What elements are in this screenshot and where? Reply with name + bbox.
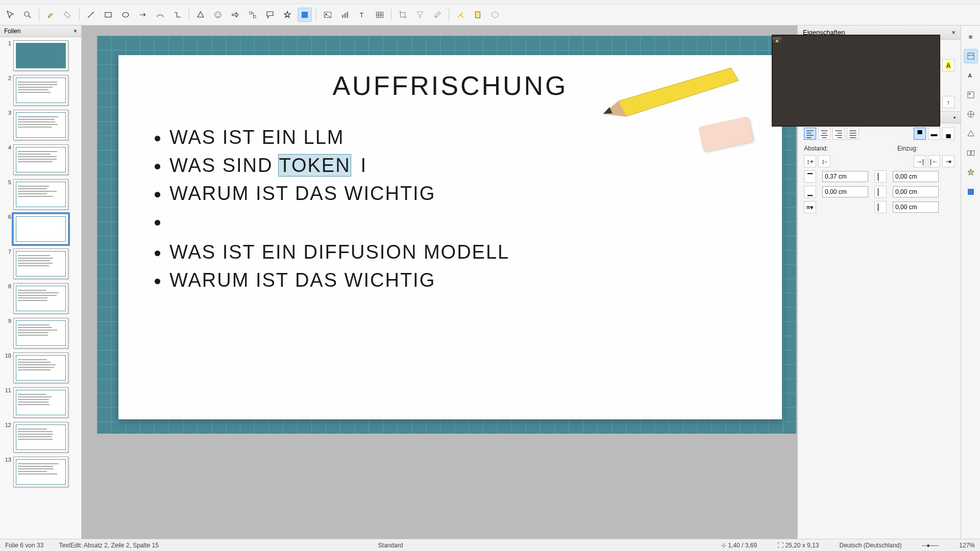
ellipse-tool[interactable]	[118, 8, 133, 22]
bullet-item[interactable]	[169, 211, 751, 235]
slide-thumb-5[interactable]: 5	[3, 179, 78, 210]
eyedropper-tool[interactable]	[430, 8, 445, 22]
insert-image-tool[interactable]	[321, 8, 335, 22]
slide-thumb-2[interactable]: 2	[3, 75, 78, 106]
slide-thumbnail[interactable]	[13, 283, 68, 314]
align-right-button[interactable]	[832, 128, 845, 140]
insert-chart-tool[interactable]	[338, 8, 352, 22]
slide-bullets[interactable]: WAS IST EIN LLMWAS SIND TOKENIWARUM IST …	[149, 127, 751, 291]
filter-tool[interactable]	[413, 8, 427, 22]
3d-tool[interactable]	[298, 8, 312, 22]
sidebar-gallery-icon[interactable]	[964, 88, 978, 102]
bullet-item[interactable]: WARUM IST DAS WICHTIG	[169, 183, 751, 205]
callout-tool[interactable]	[263, 8, 277, 22]
indent-before-input[interactable]	[893, 171, 939, 182]
status-zoom[interactable]: 127%	[959, 542, 975, 549]
highlight-tool[interactable]	[471, 8, 485, 22]
status-lang[interactable]: Deutsch (Deutschland)	[839, 542, 901, 549]
spacing-decrease-button[interactable]: ↕-	[818, 155, 830, 167]
slide-thumbnail[interactable]	[13, 110, 68, 140]
insert-text-tool[interactable]: T	[355, 8, 370, 22]
slide-thumb-6[interactable]: 6	[3, 214, 78, 244]
slides-list[interactable]: 12345678910111213	[0, 37, 81, 539]
sidebar-navigator-icon[interactable]	[964, 107, 978, 121]
align-justify-button[interactable]	[847, 128, 859, 140]
curve-tool[interactable]	[153, 8, 167, 22]
highlight-color-button[interactable]: A	[942, 59, 954, 71]
slide-thumb-3[interactable]: 3	[3, 110, 78, 140]
extrusion-tool[interactable]	[488, 8, 502, 22]
bullet-item[interactable]: WAS IST EIN DIFFUSION MODELL	[169, 241, 751, 263]
slide-thumb-8[interactable]: 8	[3, 283, 78, 314]
sidebar-shapes-icon[interactable]	[964, 127, 978, 141]
bullet-item[interactable]: WAS SIND TOKENI	[169, 155, 751, 177]
expand-icon[interactable]: ▪	[953, 114, 955, 121]
arrow-tool[interactable]	[136, 8, 150, 22]
indent-first-input[interactable]	[893, 186, 939, 197]
slide-thumbnail[interactable]	[13, 248, 68, 279]
slide-thumb-13[interactable]: 13	[3, 457, 78, 487]
line-spacing-icon[interactable]: ≡▾	[804, 201, 816, 213]
zoom-tool[interactable]	[20, 8, 35, 22]
slide-thumbnail[interactable]	[13, 40, 68, 71]
connector-tool[interactable]	[170, 8, 185, 22]
valign-middle-button[interactable]: ▬	[928, 128, 940, 140]
zoom-slider[interactable]: ─●──	[922, 542, 939, 549]
align-left-button[interactable]	[804, 128, 816, 140]
pointer-tool[interactable]	[3, 8, 17, 22]
sidebar-menu-icon[interactable]: ≡	[964, 30, 978, 44]
slide-thumb-9[interactable]: 9	[3, 318, 78, 348]
slide-thumb-4[interactable]: 4	[3, 144, 78, 175]
slide-thumbnail[interactable]	[13, 179, 68, 210]
space-below-input[interactable]	[822, 186, 868, 197]
flowchart-tool[interactable]	[246, 8, 260, 22]
slide-content[interactable]: AUFFRISCHUNG WAS IST EIN LLMWAS SIND TOK…	[118, 55, 782, 419]
sidebar-master-icon[interactable]	[964, 185, 978, 199]
indent-hanging-button[interactable]: ⇥	[942, 155, 954, 167]
sidebar-properties-icon[interactable]	[964, 49, 978, 63]
slide-thumb-11[interactable]: 11	[3, 387, 78, 418]
canvas-area[interactable]: AUFFRISCHUNG WAS IST EIN LLMWAS SIND TOK…	[82, 26, 797, 539]
rect-tool[interactable]	[101, 8, 115, 22]
sidebar-transitions-icon[interactable]	[964, 146, 978, 160]
svg-rect-26	[971, 151, 974, 156]
slide-thumb-7[interactable]: 7	[3, 248, 78, 279]
slide-thumbnail[interactable]	[13, 214, 68, 244]
slide-thumbnail[interactable]	[13, 144, 68, 175]
crop-tool[interactable]	[396, 8, 410, 22]
paint-tool[interactable]	[43, 8, 58, 22]
insert-table-tool[interactable]	[373, 8, 387, 22]
close-icon[interactable]: ×	[951, 29, 955, 36]
slide-thumbnail[interactable]	[13, 422, 68, 453]
slide-thumbnail[interactable]	[13, 75, 68, 106]
line-tool[interactable]	[84, 8, 98, 22]
slide-thumb-10[interactable]: 10	[3, 353, 78, 383]
slide-thumbnail[interactable]	[13, 457, 68, 487]
indent-increase-button[interactable]: →|	[914, 155, 926, 167]
star-tool[interactable]	[280, 8, 295, 22]
highlighted-word[interactable]: TOKEN	[279, 155, 350, 176]
block-arrows-tool[interactable]	[228, 8, 242, 22]
valign-bottom-button[interactable]: ▄	[942, 128, 954, 140]
space-above-input[interactable]	[822, 171, 868, 182]
close-icon[interactable]: ×	[74, 28, 77, 35]
bullet-item[interactable]: WAS IST EIN LLM	[169, 127, 751, 148]
align-center-button[interactable]	[818, 128, 830, 140]
move-up-button[interactable]: ↑	[942, 96, 954, 108]
sidebar-styles-icon[interactable]: A	[964, 68, 978, 83]
slide-thumbnail[interactable]	[13, 387, 68, 418]
symbol-shapes-tool[interactable]	[211, 8, 225, 22]
sidebar-animation-icon[interactable]	[964, 165, 978, 180]
slide-thumb-12[interactable]: 12	[3, 422, 78, 453]
indent-after-input[interactable]	[893, 202, 939, 213]
valign-top-button[interactable]: ▀	[914, 128, 926, 140]
spacing-increase-button[interactable]: ↕+	[804, 155, 816, 167]
slide-thumb-1[interactable]: 1	[3, 40, 78, 71]
slide-thumbnail[interactable]	[13, 318, 68, 348]
indent-decrease-button[interactable]: |←	[928, 155, 940, 167]
bullet-item[interactable]: WARUM IST DAS WICHTIG	[169, 269, 751, 291]
slide-thumbnail[interactable]	[13, 353, 68, 383]
glue-tool[interactable]	[453, 8, 468, 22]
basic-shapes-tool[interactable]	[193, 8, 208, 22]
fill-tool[interactable]	[61, 8, 75, 22]
